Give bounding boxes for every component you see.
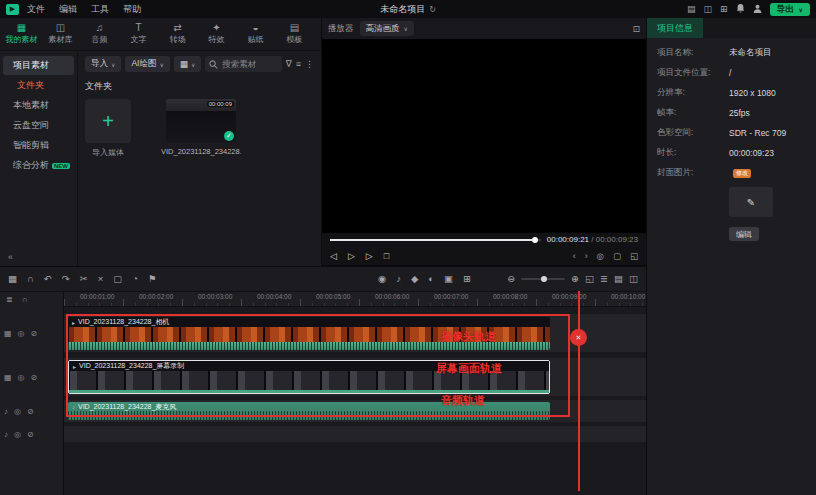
- tab-effects[interactable]: ✦特效: [197, 23, 236, 45]
- voiceover-icon[interactable]: ♪: [396, 274, 401, 284]
- track-manage-icon[interactable]: ▦: [8, 274, 17, 284]
- color-correction-icon[interactable]: ◐: [428, 274, 434, 284]
- microphone-audio-clip[interactable]: ♪VID_20231128_234228_麦克风: [68, 402, 550, 420]
- link-clips-icon[interactable]: ∩: [22, 295, 28, 304]
- media-tab-bar: ▦我的素材 ◫素材库 ♫音频 T文字 ⇄转场 ✦特效 ◒贴纸 ▤模板: [0, 18, 321, 51]
- sidebar-item-analysis[interactable]: 综合分析NEW: [3, 156, 74, 175]
- preview-quality-dropdown[interactable]: 高清画质∨: [360, 21, 414, 36]
- marker-icon[interactable]: ⚑: [148, 274, 157, 284]
- clip-thumbnail[interactable]: 00:00:09 ✓: [166, 99, 236, 143]
- view-mode-button[interactable]: ▦∨: [174, 56, 201, 72]
- media-clip-tile[interactable]: 00:00:09 ✓ VID_20231128_234228.mp4: [161, 99, 241, 156]
- track-lock-icon[interactable]: ⊘: [27, 430, 34, 439]
- account-icon[interactable]: [753, 4, 762, 15]
- detach-preview-icon[interactable]: ⊡: [632, 24, 640, 34]
- redo-icon[interactable]: ↷: [62, 274, 70, 284]
- audio-lane-2[interactable]: [64, 426, 646, 442]
- sidebar-item-local-media[interactable]: 本地素材: [3, 96, 74, 115]
- timeline-zoom-slider[interactable]: [521, 278, 565, 280]
- shortcut-icon[interactable]: ▤: [614, 274, 623, 284]
- tab-transitions[interactable]: ⇄转场: [158, 23, 197, 45]
- plugin-icon[interactable]: ⊞: [720, 5, 728, 14]
- track-lock-icon[interactable]: ⊘: [31, 373, 38, 382]
- sort-icon[interactable]: ≡: [296, 60, 301, 69]
- clip-type-icon: ▸: [72, 319, 75, 326]
- track-lock-icon[interactable]: ⊘: [31, 329, 38, 338]
- zoom-out-icon[interactable]: ⊖: [507, 274, 515, 284]
- mark-in-icon[interactable]: ‹: [573, 251, 576, 261]
- cover-image-box[interactable]: ✎: [729, 187, 773, 217]
- menu-edit[interactable]: 编辑: [53, 3, 83, 16]
- import-media-tile[interactable]: + 导入媒体: [85, 99, 131, 158]
- collapse-sidebar-icon[interactable]: «: [8, 252, 13, 262]
- layout-icon[interactable]: ▤: [687, 5, 696, 14]
- menu-file[interactable]: 文件: [21, 3, 51, 16]
- notifications-icon[interactable]: [736, 4, 745, 15]
- export-caret-icon[interactable]: ∨: [799, 6, 803, 13]
- screen-video-clip[interactable]: ▸VID_20231128_234228_屏幕录制: [68, 360, 550, 394]
- tab-text[interactable]: T文字: [119, 23, 158, 45]
- tab-audio[interactable]: ♫音频: [80, 23, 119, 45]
- edit-cover-button[interactable]: 编辑: [729, 227, 759, 241]
- track-height-icon[interactable]: ≣: [600, 274, 608, 284]
- mark-out-icon[interactable]: ›: [585, 251, 588, 261]
- tab-stickers[interactable]: ◒贴纸: [236, 23, 275, 45]
- timeline-settings-icon[interactable]: ◫: [629, 274, 638, 284]
- delete-icon[interactable]: ×: [98, 274, 104, 284]
- track-mute-icon[interactable]: ◎: [14, 430, 21, 439]
- tab-stock-media[interactable]: ◫素材库: [41, 23, 80, 45]
- track-hide-icon[interactable]: ◎: [18, 373, 25, 382]
- track-header-video-2[interactable]: ▦ ◎ ⊘: [4, 358, 62, 396]
- zoom-slider-handle[interactable]: [541, 276, 547, 282]
- zoom-in-icon[interactable]: ⊕: [571, 274, 579, 284]
- split-screen-icon[interactable]: ⊞: [463, 274, 471, 284]
- snapshot-icon[interactable]: ◎: [597, 251, 604, 261]
- crop-icon[interactable]: ▢: [113, 274, 122, 284]
- preview-video-area[interactable]: [322, 39, 646, 233]
- menu-tools[interactable]: 工具: [85, 3, 115, 16]
- sidebar-item-cloud[interactable]: 云盘空间: [3, 116, 74, 135]
- timeline-ruler[interactable]: 00:00:01:00 00:00:02:00 00:00:03:00 00:0…: [64, 292, 646, 307]
- next-frame-button[interactable]: ▷: [366, 251, 373, 261]
- track-header-audio-1[interactable]: ♪ ◎ ⊘: [4, 400, 62, 422]
- tab-my-media[interactable]: ▦我的素材: [2, 23, 41, 45]
- track-list-icon[interactable]: ≣: [6, 295, 13, 304]
- track-hide-icon[interactable]: ◎: [18, 329, 25, 338]
- sidebar-item-folder[interactable]: 文件夹: [3, 76, 74, 95]
- import-button[interactable]: 导入∨: [85, 56, 121, 72]
- track-header-video-1[interactable]: ▦ ◎ ⊘: [4, 314, 62, 352]
- camera-video-clip[interactable]: ▸VID_20231128_234228_相机: [68, 317, 550, 350]
- more-options-icon[interactable]: ⋮: [305, 60, 314, 69]
- filter-icon[interactable]: ∇: [286, 60, 292, 69]
- split-icon[interactable]: ✂: [80, 274, 88, 284]
- tab-project-info[interactable]: 项目信息: [647, 18, 703, 38]
- sidebar-item-project-media[interactable]: 项目素材: [3, 56, 74, 75]
- prev-frame-button[interactable]: ◁: [330, 251, 337, 261]
- track-lock-icon[interactable]: ⊘: [27, 407, 34, 416]
- undo-icon[interactable]: ↶: [44, 274, 52, 284]
- ai-image-button[interactable]: AI绘图∨: [125, 56, 169, 72]
- export-button[interactable]: 导出 ∨: [770, 3, 810, 16]
- crop-preview-icon[interactable]: ▢: [613, 251, 621, 261]
- import-media-label: 导入媒体: [92, 147, 124, 158]
- stop-button[interactable]: □: [384, 251, 389, 261]
- track-mute-icon[interactable]: ◎: [14, 407, 21, 416]
- preview-seekbar[interactable]: [330, 239, 541, 241]
- record-icon[interactable]: ◉: [378, 274, 386, 284]
- fit-timeline-icon[interactable]: ◱: [585, 274, 594, 284]
- fullscreen-icon[interactable]: ◱: [630, 251, 638, 261]
- dual-screen-icon[interactable]: ◫: [704, 5, 713, 14]
- tab-templates[interactable]: ▤模板: [275, 23, 314, 45]
- import-media-drop-area[interactable]: +: [85, 99, 131, 143]
- menu-help[interactable]: 帮助: [117, 3, 147, 16]
- keyframe-icon[interactable]: ◆: [411, 274, 418, 284]
- play-button[interactable]: ▷: [348, 251, 355, 261]
- seekbar-handle[interactable]: [532, 237, 538, 243]
- mask-icon[interactable]: ▣: [444, 274, 453, 284]
- sync-status-icon[interactable]: ↻: [429, 5, 436, 14]
- track-header-audio-2[interactable]: ♪ ◎ ⊘: [4, 426, 62, 442]
- app-logo-icon[interactable]: ▶: [6, 4, 19, 15]
- speed-icon[interactable]: ◔: [132, 274, 138, 284]
- sidebar-item-smart-clip[interactable]: 智能剪辑: [3, 136, 74, 155]
- snap-icon[interactable]: ∩: [27, 274, 34, 284]
